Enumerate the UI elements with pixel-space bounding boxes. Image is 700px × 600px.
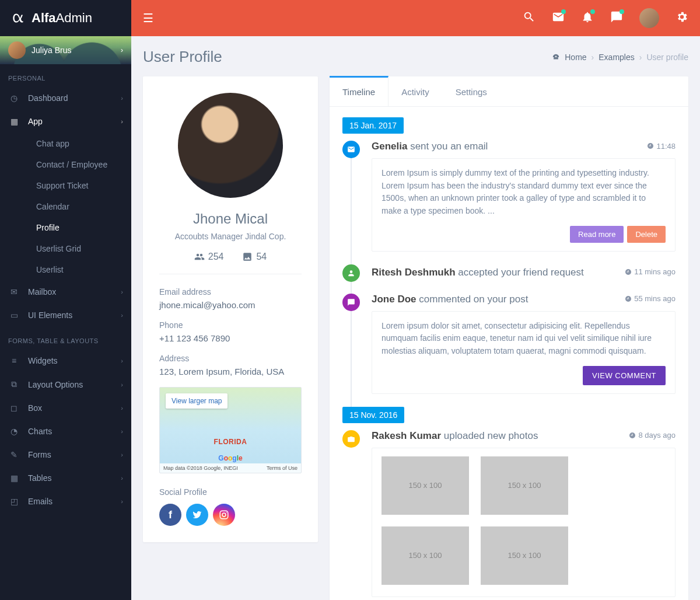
- sidebar-sub-calendar[interactable]: Calendar: [28, 196, 131, 217]
- chevron-right-icon: ›: [121, 357, 123, 364]
- notification-dot: [561, 9, 566, 14]
- sidebar-item-widgets[interactable]: ≡ Widgets ›: [0, 349, 131, 372]
- photo-placeholder[interactable]: 150 x 100: [481, 526, 568, 585]
- instagram-icon[interactable]: [213, 504, 235, 526]
- sidebar-item-dashboard[interactable]: ◷ Dashboard ›: [0, 86, 131, 110]
- people-icon: [194, 252, 205, 262]
- sidebar-item-mailbox[interactable]: ✉ Mailbox ›: [0, 280, 131, 304]
- timeline-time: 8 days ago: [629, 431, 676, 439]
- search-icon[interactable]: [523, 11, 536, 26]
- edit-icon: ✎: [8, 450, 20, 459]
- mail-icon[interactable]: [552, 11, 565, 26]
- sidebar-sub-profile[interactable]: Profile: [28, 217, 131, 238]
- chevron-right-icon: ›: [121, 451, 123, 458]
- timeline-time: 11:48: [647, 142, 676, 151]
- value-phone: +11 123 456 7890: [159, 333, 302, 343]
- twitter-icon[interactable]: [186, 504, 208, 526]
- menu-toggle-icon[interactable]: ☰: [143, 11, 153, 25]
- timeline-item: Rakesh Kumar uploaded new photos 8 days …: [342, 430, 676, 597]
- sidebar-item-emails[interactable]: ◰ Emails ›: [0, 490, 131, 513]
- stat-people: 254: [194, 252, 224, 262]
- sidebar-sub-contact[interactable]: Contact / Employee: [28, 154, 131, 175]
- sidebar-item-charts[interactable]: ◔ Charts ›: [0, 420, 131, 443]
- sidebar-user-panel[interactable]: Juliya Brus ›: [0, 36, 131, 64]
- timeline-date-badge: 15 Jan. 2017: [342, 117, 404, 134]
- value-address: 123, Lorem Ipsum, Florida, USA: [159, 367, 302, 376]
- image-icon: [242, 252, 253, 262]
- svg-point-2: [226, 512, 227, 513]
- label-email: Email address: [159, 287, 302, 296]
- read-more-button[interactable]: Read more: [570, 226, 624, 243]
- pie-chart-icon: ◔: [8, 427, 20, 436]
- view-larger-map-button[interactable]: View larger map: [166, 393, 228, 409]
- topbar: ☰: [131, 0, 700, 36]
- profile-name: Jhone Mical: [159, 211, 302, 227]
- view-comment-button[interactable]: VIEW COMMENT: [583, 366, 666, 385]
- label-phone: Phone: [159, 320, 302, 330]
- photo-placeholder[interactable]: 150 x 100: [382, 526, 469, 585]
- svg-point-1: [222, 513, 226, 517]
- sidebar-item-forms[interactable]: ✎ Forms ›: [0, 443, 131, 466]
- sidebar-item-app[interactable]: ▦ App ›: [0, 110, 131, 133]
- dashboard-icon: ◷: [8, 93, 20, 103]
- user-icon: [342, 264, 360, 282]
- sidebar-sub-chat[interactable]: Chat app: [28, 133, 131, 154]
- table-icon: ▦: [8, 473, 20, 483]
- map[interactable]: View larger map FLORIDA Google Map data …: [159, 387, 302, 473]
- breadcrumb-home[interactable]: Home: [565, 53, 586, 62]
- sidebar-sub-userlist[interactable]: Userlist: [28, 259, 131, 280]
- profile-photo: [178, 93, 283, 198]
- timeline-item: Ritesh Deshmukh accepted your friend req…: [342, 264, 676, 281]
- chevron-right-icon: ›: [121, 404, 123, 411]
- tabs: Timeline Activity Settings: [330, 76, 688, 107]
- mail-icon: [342, 141, 360, 158]
- map-attribution: Map data ©2018 Google, INEGI: [163, 465, 238, 471]
- list-icon: ≡: [8, 356, 20, 365]
- social-label: Social Profile: [159, 487, 302, 497]
- alpha-icon: [10, 11, 26, 26]
- stat-photos: 54: [242, 252, 267, 262]
- chevron-right-icon: ›: [121, 95, 123, 102]
- sidebar: AlfaAdmin Juliya Brus › PERSONAL ◷ Dashb…: [0, 0, 131, 600]
- mail-icon: ✉: [8, 287, 20, 296]
- delete-button[interactable]: Delete: [627, 226, 666, 243]
- sidebar-sub-ticket[interactable]: Support Ticket: [28, 175, 131, 196]
- photo-placeholder[interactable]: 150 x 100: [481, 456, 568, 515]
- breadcrumb-examples[interactable]: Examples: [598, 53, 634, 62]
- nav-heading-personal: PERSONAL: [0, 64, 131, 86]
- chevron-right-icon: ›: [121, 312, 123, 319]
- svg-rect-0: [220, 511, 228, 519]
- comment-icon: [342, 294, 360, 311]
- facebook-icon[interactable]: f: [159, 504, 181, 526]
- map-state-label: FLORIDA: [214, 438, 247, 446]
- map-terms[interactable]: Terms of Use: [267, 465, 298, 471]
- tab-settings[interactable]: Settings: [443, 76, 501, 106]
- timeline-item: Genelia sent you an email 11:48 Lorem Ip…: [342, 141, 676, 252]
- notification-dot: [620, 9, 624, 14]
- chevron-right-icon: ›: [121, 288, 123, 295]
- sidebar-sub-userlist-grid[interactable]: Userlist Grid: [28, 238, 131, 259]
- photo-placeholder[interactable]: 150 x 100: [382, 456, 469, 515]
- chevron-right-icon: ›: [121, 428, 123, 435]
- sidebar-item-tables[interactable]: ▦ Tables ›: [0, 466, 131, 490]
- bell-icon[interactable]: [581, 11, 594, 26]
- camera-icon: [342, 430, 360, 448]
- sidebar-submenu-app: Chat app Contact / Employee Support Tick…: [0, 133, 131, 280]
- tab-activity[interactable]: Activity: [388, 76, 443, 106]
- profile-role: Accoubts Manager Jindal Cop.: [159, 232, 302, 241]
- nav-heading-forms: FORMS, TABLE & LAYOUTS: [0, 327, 131, 349]
- timeline-date-badge: 15 Nov. 2016: [342, 407, 404, 423]
- breadcrumb-current: User profile: [646, 53, 688, 62]
- tab-timeline[interactable]: Timeline: [330, 76, 388, 106]
- sidebar-item-ui-elements[interactable]: ▭ UI Elements ›: [0, 304, 131, 327]
- avatar: [8, 41, 26, 59]
- brand-logo[interactable]: AlfaAdmin: [0, 0, 131, 36]
- google-logo: Google: [218, 454, 242, 462]
- chat-icon[interactable]: [610, 11, 623, 26]
- label-address: Address: [159, 354, 302, 363]
- gear-icon[interactable]: [676, 11, 688, 26]
- sidebar-item-box[interactable]: ◻ Box ›: [0, 396, 131, 420]
- topbar-avatar[interactable]: [639, 8, 659, 28]
- chevron-right-icon: ›: [121, 475, 123, 482]
- sidebar-item-layout[interactable]: ⧉ Layout Options ›: [0, 372, 131, 396]
